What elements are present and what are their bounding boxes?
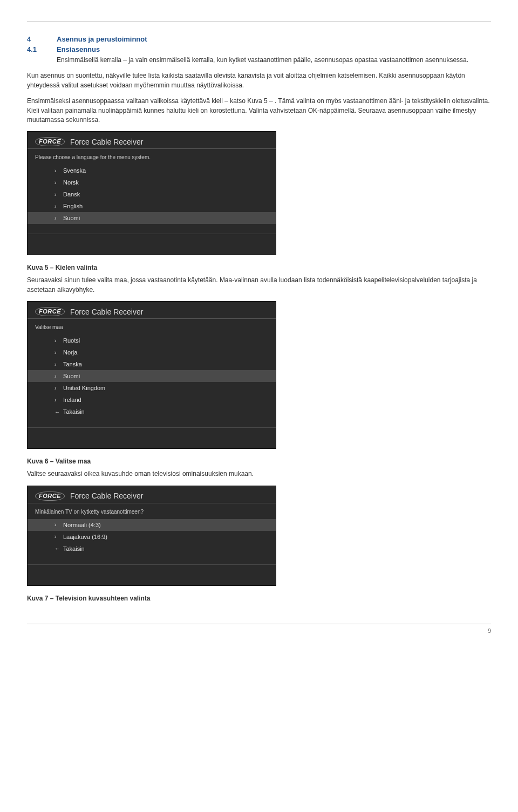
screenshot-country: FORCE Force Cable Receiver Valitse maa ›… [27, 301, 276, 449]
chevron-right-icon: › [54, 397, 63, 403]
list-item-selected[interactable]: ›Normaali (4:3) [28, 519, 276, 531]
prompt-text: Please choose a language for the menu sy… [28, 149, 276, 163]
screenshot-title: Force Cable Receiver [70, 138, 143, 146]
screenshot-language: FORCE Force Cable Receiver Please choose… [27, 131, 276, 255]
chevron-right-icon: › [54, 350, 63, 356]
list-item-label: Svenska [63, 167, 86, 174]
chevron-right-icon: › [54, 168, 63, 174]
list-item[interactable]: ›Svenska [28, 165, 276, 176]
back-label: Takaisin [63, 545, 85, 552]
figure-caption-7: Kuva 7 – Television kuvasuhteen valinta [27, 595, 491, 602]
list-item[interactable]: ›Ruotsi [28, 335, 276, 346]
list-item[interactable]: ›Ireland [28, 394, 276, 406]
section-title: Asennus ja perustoiminnot [57, 35, 147, 43]
list-item[interactable]: ›Norja [28, 346, 276, 358]
chevron-right-icon: › [54, 180, 63, 186]
chevron-right-icon: › [54, 192, 63, 197]
page-footer: 9 [27, 624, 491, 634]
screenshot-footer [28, 564, 276, 585]
screenshot-header: FORCE Force Cable Receiver [28, 302, 276, 319]
screenshot-header: FORCE Force Cable Receiver [28, 486, 276, 503]
list-item-label: Laajakuva (16:9) [63, 534, 107, 540]
list-item-label: Tanska [63, 361, 82, 367]
screenshot-header: FORCE Force Cable Receiver [28, 132, 276, 149]
chevron-right-icon: › [54, 338, 63, 344]
force-logo-icon: FORCE [35, 492, 65, 501]
list-item-label: English [63, 203, 83, 209]
aspect-list: ›Normaali (4:3) ›Laajakuva (16:9) ←Takai… [28, 518, 276, 564]
list-item-label: Ruotsi [63, 337, 80, 344]
paragraph-3: Ensimmäiseksi asennusoppaassa valitaan v… [27, 97, 491, 125]
list-item[interactable]: ›United Kingdom [28, 382, 276, 394]
paragraph-4: Seuraavaksi sinun tulee valita maa, joss… [27, 276, 491, 295]
screenshot-title: Force Cable Receiver [70, 308, 143, 316]
subsection-title: Ensiasennus [57, 45, 100, 53]
language-list: ›Svenska ›Norsk ›Dansk ›English ›Suomi [28, 163, 276, 234]
section-num: 4 [27, 35, 57, 43]
section-heading: 4 Asennus ja perustoiminnot [27, 35, 491, 43]
paragraph-1: Ensimmäisellä kerralla – ja vain ensimmä… [57, 56, 491, 65]
chevron-right-icon: › [54, 203, 63, 209]
paragraph-5: Valitse seuraavaksi oikea kuvasuhde oman… [27, 469, 491, 479]
back-arrow-icon: ← [54, 409, 63, 415]
list-item-label: Norsk [63, 179, 79, 186]
chevron-right-icon: › [54, 385, 63, 391]
screenshot-aspect: FORCE Force Cable Receiver Minkälainen T… [27, 486, 276, 586]
list-item[interactable]: ›Dansk [28, 188, 276, 200]
list-item-label: Normaali (4:3) [63, 522, 101, 528]
subsection-num: 4.1 [27, 45, 57, 53]
screenshot-footer [28, 427, 276, 448]
page-top-rule [27, 22, 491, 22]
back-item[interactable]: ←Takaisin [28, 543, 276, 555]
list-item[interactable]: ›Norsk [28, 176, 276, 188]
list-item-label: Suomi [63, 373, 80, 379]
list-item-label: United Kingdom [63, 385, 105, 391]
figure-caption-5: Kuva 5 – Kielen valinta [27, 264, 491, 271]
chevron-right-icon: › [54, 215, 63, 221]
list-item-label: Dansk [63, 191, 80, 197]
back-item[interactable]: ←Takaisin [28, 406, 276, 418]
prompt-text: Minkälainen TV on kytketty vastaanottime… [28, 503, 276, 518]
list-item[interactable]: ›Laajakuva (16:9) [28, 531, 276, 543]
screenshot-title: Force Cable Receiver [70, 492, 143, 500]
force-logo-icon: FORCE [35, 307, 65, 316]
list-item-label: Suomi [63, 215, 80, 221]
force-logo-icon: FORCE [35, 137, 65, 146]
list-item[interactable]: ›English [28, 200, 276, 212]
subsection-heading: 4.1 Ensiasennus [27, 45, 491, 53]
chevron-right-icon: › [54, 522, 63, 528]
list-item[interactable]: ›Tanska [28, 358, 276, 370]
list-item-label: Ireland [63, 397, 81, 403]
country-list: ›Ruotsi ›Norja ›Tanska ›Suomi ›United Ki… [28, 333, 276, 427]
chevron-right-icon: › [54, 534, 63, 540]
chevron-right-icon: › [54, 361, 63, 367]
back-arrow-icon: ← [54, 545, 63, 551]
figure-caption-6: Kuva 6 – Valitse maa [27, 458, 491, 465]
prompt-text: Valitse maa [28, 319, 276, 333]
chevron-right-icon: › [54, 373, 63, 379]
page-number: 9 [488, 627, 491, 634]
screenshot-footer [28, 234, 276, 255]
paragraph-2: Kun asennus on suoritettu, näkyville tul… [27, 71, 491, 90]
list-item-selected[interactable]: ›Suomi [28, 370, 276, 382]
list-item-selected[interactable]: ›Suomi [28, 212, 276, 224]
back-label: Takaisin [63, 408, 85, 415]
list-item-label: Norja [63, 349, 77, 356]
